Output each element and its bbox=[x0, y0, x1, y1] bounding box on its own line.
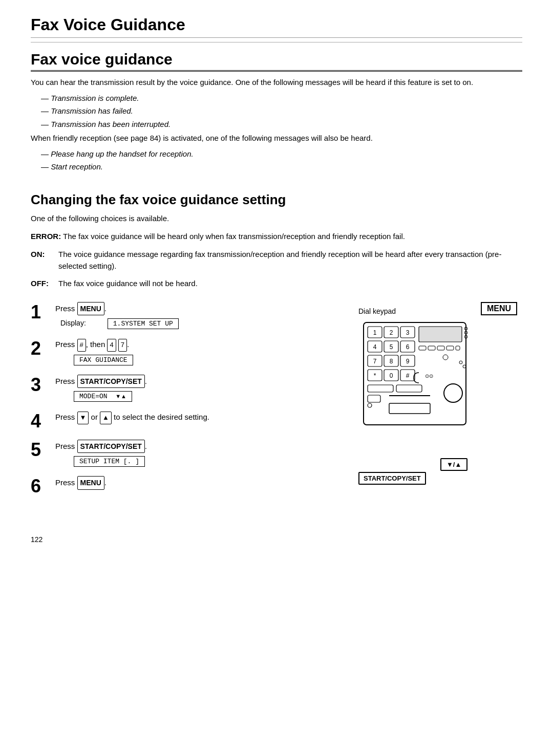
diagram-nav-btn: ▼/▲ bbox=[440, 458, 467, 471]
svg-text:5: 5 bbox=[390, 343, 393, 351]
step-3-number: 3 bbox=[31, 376, 55, 394]
on-text: The voice guidance message regarding fax… bbox=[58, 249, 522, 272]
step-3-period: . bbox=[145, 377, 147, 385]
step-2-comma: , then bbox=[86, 340, 108, 349]
step-5-startcopy-btn: START/COPY/SET bbox=[77, 440, 145, 453]
step-2-period: . bbox=[127, 340, 129, 349]
svg-text:2: 2 bbox=[390, 329, 393, 336]
svg-point-41 bbox=[444, 384, 462, 402]
step-5-text: Press START/COPY/SET. bbox=[55, 440, 343, 453]
step-3-row: 3 Press START/COPY/SET. MODE=ON ▼▲ bbox=[31, 375, 343, 402]
svg-text:#: # bbox=[406, 372, 410, 379]
friendly-text: When friendly reception (see page 84) is… bbox=[31, 133, 522, 144]
step-2-hash-key: # bbox=[77, 339, 86, 352]
page-number: 122 bbox=[31, 535, 522, 544]
bullets1-list: Transmission is complete. Transmission h… bbox=[41, 92, 522, 131]
step-4-row: 4 Press ▼ or ▲ to select the desired set… bbox=[31, 411, 343, 430]
step-3-display-row: MODE=ON ▼▲ bbox=[55, 390, 343, 402]
svg-rect-43 bbox=[389, 395, 430, 396]
diagram-column: Dial keypad MENU 1 2 3 4 5 bbox=[358, 302, 522, 505]
step-1-menu-btn: MENU bbox=[77, 302, 104, 315]
step-1-number: 1 bbox=[31, 303, 55, 321]
step-3-text: Press START/COPY/SET. bbox=[55, 375, 343, 388]
step-2-display-value: FAX GUIDANCE bbox=[74, 355, 133, 365]
step-3-press: Press bbox=[55, 377, 77, 385]
step-2-text: Press #, then 4 7. bbox=[55, 338, 343, 352]
svg-rect-38 bbox=[368, 385, 393, 392]
bullet1-item2: Transmission has failed. bbox=[41, 104, 522, 118]
step-6-press: Press bbox=[55, 478, 77, 487]
diagram-startcopy-btn: START/COPY/SET bbox=[358, 472, 426, 485]
svg-text:7: 7 bbox=[373, 358, 377, 365]
step-3-display-value: MODE=ON ▼▲ bbox=[74, 391, 132, 402]
svg-rect-21 bbox=[456, 346, 460, 350]
step-4-text: Press ▼ or ▲ to select the desired setti… bbox=[55, 411, 343, 424]
keypad-diagram: 1 2 3 4 5 6 7 bbox=[358, 317, 512, 456]
svg-point-29 bbox=[459, 361, 462, 364]
step-5-row: 5 Press START/COPY/SET. SETUP ITEM [. ] bbox=[31, 440, 343, 467]
step-3-content: Press START/COPY/SET. MODE=ON ▼▲ bbox=[55, 375, 343, 402]
svg-text:9: 9 bbox=[406, 358, 410, 365]
svg-text:*: * bbox=[374, 372, 376, 379]
step-5-press: Press bbox=[55, 442, 77, 450]
steps-diagram-row: 1 Press MENU. Display: 1.SYSTEM SET UP 2… bbox=[31, 302, 522, 505]
section-title: Fax voice guidance bbox=[31, 51, 522, 72]
step-2-number: 2 bbox=[31, 339, 55, 358]
step-1-display-label: Display: bbox=[60, 319, 86, 327]
step-3-startcopy-btn: START/COPY/SET bbox=[77, 375, 145, 388]
error-block: ERROR: The fax voice guidance will be he… bbox=[31, 230, 522, 243]
diagram-nav-area: ▼/▲ bbox=[440, 460, 467, 468]
svg-point-28 bbox=[443, 355, 448, 360]
step-2-display-row: FAX GUIDANCE bbox=[55, 354, 343, 365]
bullet2-item1: Please hang up the handset for reception… bbox=[41, 147, 522, 161]
diagram-startcopy-area: START/COPY/SET bbox=[358, 473, 426, 482]
step-1-content: Press MENU. Display: 1.SYSTEM SET UP bbox=[55, 302, 343, 329]
steps-column: 1 Press MENU. Display: 1.SYSTEM SET UP 2… bbox=[31, 302, 343, 505]
svg-rect-7 bbox=[419, 327, 462, 342]
step-4-rest: to select the desired setting. bbox=[112, 413, 209, 421]
bullet1-item1: Transmission is complete. bbox=[41, 92, 522, 105]
step-5-period: . bbox=[145, 442, 147, 450]
svg-text:8: 8 bbox=[390, 358, 393, 365]
step-2-press: Press bbox=[55, 340, 77, 349]
step-1-row: 1 Press MENU. Display: 1.SYSTEM SET UP bbox=[31, 302, 343, 329]
step-4-or: or bbox=[89, 413, 100, 421]
svg-text:⊙⊙: ⊙⊙ bbox=[425, 373, 433, 379]
svg-text:6: 6 bbox=[406, 343, 410, 351]
step-2-content: Press #, then 4 7. FAX GUIDANCE bbox=[55, 338, 343, 365]
step-1-display-value: 1.SYSTEM SET UP bbox=[108, 318, 179, 329]
step-1-text: Press MENU. bbox=[55, 302, 343, 315]
off-text: The fax voice guidance will not be heard… bbox=[58, 278, 198, 290]
step-2-key4: 4 bbox=[107, 339, 116, 352]
step-6-number: 6 bbox=[31, 477, 55, 495]
svg-rect-40 bbox=[368, 395, 380, 402]
bullet1-item3: Transmission has been interrupted. bbox=[41, 118, 522, 131]
svg-text:3: 3 bbox=[406, 329, 410, 336]
step-5-number: 5 bbox=[31, 441, 55, 459]
step-6-row: 6 Press MENU. bbox=[31, 476, 343, 495]
on-block: ON: The voice guidance message regarding… bbox=[31, 249, 522, 272]
svg-point-42 bbox=[368, 403, 372, 407]
svg-rect-19 bbox=[437, 346, 444, 350]
choices-text: One of the following choices is availabl… bbox=[31, 213, 522, 225]
svg-rect-39 bbox=[396, 385, 422, 392]
step-1-press: Press bbox=[55, 304, 77, 313]
section2-title: Changing the fax voice guidance setting bbox=[31, 192, 522, 208]
svg-text:4: 4 bbox=[373, 343, 377, 351]
step-4-number: 4 bbox=[31, 412, 55, 430]
intro-text: You can hear the transmission result by … bbox=[31, 77, 522, 89]
svg-rect-17 bbox=[419, 346, 426, 350]
error-text: The fax voice guidance will be heard onl… bbox=[63, 232, 405, 241]
bullets2-list: Please hang up the handset for reception… bbox=[41, 147, 522, 174]
step-6-period: . bbox=[104, 478, 107, 487]
diagram-menu-label: MENU bbox=[481, 302, 517, 315]
step-4-up-btn: ▲ bbox=[100, 412, 112, 424]
bullet2-item2: Start reception. bbox=[41, 160, 522, 174]
step-4-down-btn: ▼ bbox=[77, 412, 89, 424]
svg-text:1: 1 bbox=[373, 329, 377, 336]
step-6-menu-btn: MENU bbox=[77, 476, 104, 489]
on-label: ON: bbox=[31, 249, 58, 261]
step-4-content: Press ▼ or ▲ to select the desired setti… bbox=[55, 411, 343, 426]
off-block: OFF: The fax voice guidance will not be … bbox=[31, 278, 522, 290]
step-2-key7: 7 bbox=[118, 339, 127, 352]
